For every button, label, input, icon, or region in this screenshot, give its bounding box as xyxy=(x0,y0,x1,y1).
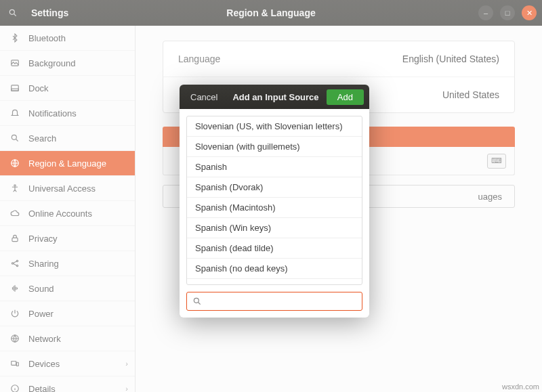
list-item[interactable]: Spanish (Dvorak) xyxy=(187,177,362,198)
list-item[interactable]: Spanish (with Sun dead keys) xyxy=(187,279,362,285)
list-item[interactable]: Spanish (Macintosh) xyxy=(187,198,362,218)
dialog-title: Add an Input Source xyxy=(228,92,320,102)
watermark: wsxdn.com xyxy=(502,383,539,391)
add-input-source-dialog: Cancel Add an Input Source Add Slovenian… xyxy=(180,85,369,318)
list-item[interactable]: Spanish (dead tilde) xyxy=(187,238,362,259)
list-item[interactable]: Slovenian (with guillemets) xyxy=(187,137,362,157)
list-item[interactable]: Spanish xyxy=(187,157,362,177)
list-item[interactable]: Spanish (no dead keys) xyxy=(187,259,362,279)
list-item[interactable]: Slovenian (US, with Slovenian letters) xyxy=(187,116,362,137)
add-button[interactable]: Add xyxy=(327,89,364,105)
search-icon xyxy=(192,297,202,306)
search-field[interactable] xyxy=(186,292,362,311)
input-source-list[interactable]: Slovenian (US, with Slovenian letters)Sl… xyxy=(186,116,362,285)
svg-point-17 xyxy=(194,298,199,303)
list-item[interactable]: Spanish (Win keys) xyxy=(187,218,362,238)
cancel-button[interactable]: Cancel xyxy=(185,89,223,105)
svg-line-18 xyxy=(199,303,201,305)
search-input[interactable] xyxy=(206,297,356,307)
dialog-header: Cancel Add an Input Source Add xyxy=(180,85,369,109)
